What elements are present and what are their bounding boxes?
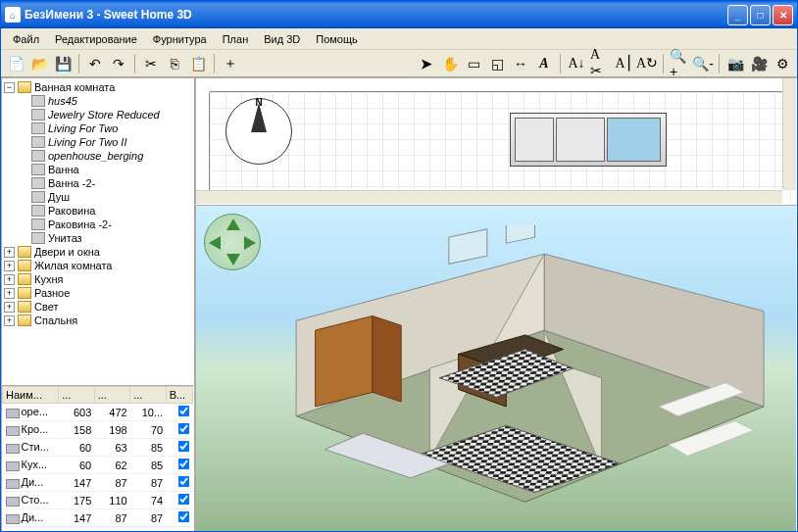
visible-checkbox[interactable] (177, 441, 189, 453)
expand-icon[interactable]: + (4, 302, 15, 313)
tree-item[interactable]: Living For Two II (4, 135, 191, 149)
compass-icon[interactable]: N (225, 98, 292, 165)
plan-2d-view[interactable]: N (195, 77, 797, 205)
floor-plan-outline[interactable] (510, 113, 667, 167)
menu-file[interactable]: Файл (5, 30, 47, 48)
visible-checkbox[interactable] (177, 494, 189, 506)
menu-view3d[interactable]: Вид 3D (256, 30, 308, 48)
collapse-icon[interactable]: − (4, 82, 15, 93)
tree-folder-misc[interactable]: +Разное (4, 286, 191, 300)
toolbar-separator (719, 54, 720, 73)
pan-tool[interactable]: ✋ (439, 53, 461, 74)
nav-left-arrow[interactable] (209, 236, 221, 250)
visible-checkbox[interactable] (177, 476, 189, 488)
menu-furniture[interactable]: Фурнитура (145, 30, 215, 48)
visible-checkbox[interactable] (177, 406, 189, 417)
tree-item[interactable]: Душ (4, 190, 191, 204)
furniture-icon (6, 497, 20, 507)
expand-icon[interactable]: + (4, 288, 15, 299)
tree-folder-living[interactable]: +Жилая комната (4, 259, 191, 272)
tree-folder-doors[interactable]: +Двери и окна (4, 245, 191, 259)
copy-button[interactable]: ⎘ (164, 53, 185, 74)
visible-checkbox[interactable] (177, 423, 189, 435)
nav-up-arrow[interactable] (226, 218, 240, 230)
cut-wall-tool[interactable]: A✂ (589, 53, 611, 74)
tree-item[interactable]: Раковина (4, 204, 191, 218)
tree-item[interactable]: hus45 (4, 94, 191, 108)
table-row[interactable]: Ди...1478787 (3, 509, 193, 527)
tree-item[interactable]: Ванна (4, 163, 191, 176)
dimension-tool[interactable]: ↔ (510, 53, 531, 74)
tree-item[interactable]: Ванна -2- (4, 176, 191, 190)
menu-plan[interactable]: План (215, 30, 257, 48)
wall-tool[interactable]: ▭ (463, 53, 484, 74)
table-row[interactable]: Ди...1478787 (3, 474, 193, 492)
cell-width: 603 (59, 404, 94, 421)
col-visible[interactable]: В... (166, 387, 192, 404)
redo-button[interactable]: ↷ (108, 53, 129, 74)
rotate-tool[interactable]: A↻ (636, 53, 658, 74)
col-name[interactable]: Наим... (3, 387, 59, 404)
minimize-button[interactable]: _ (727, 5, 748, 25)
folder-icon (18, 246, 31, 258)
expand-icon[interactable]: + (4, 315, 15, 326)
tree-root-bathroom[interactable]: − Ванная комната (4, 80, 191, 94)
furniture-table[interactable]: Наим... ... ... ... В... ope...60347210.… (1, 385, 194, 532)
tree-folder-kitchen[interactable]: +Кухня (4, 272, 191, 286)
toolbar-separator (560, 54, 561, 73)
room-tool[interactable]: ◱ (486, 53, 508, 74)
paste-button[interactable]: 📋 (187, 53, 209, 74)
add-furniture-button[interactable]: ＋ (220, 53, 241, 74)
menu-help[interactable]: Помощь (308, 30, 366, 48)
expand-icon[interactable]: + (4, 261, 15, 271)
table-row[interactable]: Кро...15819870 (3, 421, 193, 439)
furniture-icon (31, 218, 45, 230)
tree-item[interactable]: openhouse_berging (4, 149, 191, 163)
table-row[interactable]: ope...60347210... (3, 404, 193, 421)
folder-icon (18, 287, 31, 299)
tree-item[interactable]: Унитаз (4, 231, 191, 245)
visible-checkbox[interactable] (177, 511, 189, 523)
zoomout-button[interactable]: 🔍- (692, 53, 714, 74)
new-button[interactable]: 📄 (5, 53, 26, 74)
visible-checkbox[interactable] (177, 459, 189, 470)
tree-folder-bedroom[interactable]: +Спальня (4, 314, 191, 327)
tree-folder-light[interactable]: +Свет (4, 300, 191, 314)
table-row[interactable]: Сти...606385 (3, 439, 193, 457)
video-button[interactable]: 🎥 (748, 53, 770, 74)
settings-button[interactable]: ⚙ (772, 53, 793, 74)
plan-canvas[interactable]: N (196, 78, 796, 204)
close-button[interactable]: ✕ (773, 5, 793, 25)
vertical-scrollbar[interactable] (782, 78, 796, 190)
cell-visible (166, 404, 192, 421)
menu-edit[interactable]: Редактирование (47, 30, 145, 48)
titlebar: ⌂ БезИмени 3 - Sweet Home 3D _ □ ✕ (1, 1, 797, 28)
cell-width: 60 (59, 439, 94, 457)
table-row[interactable]: Сто...17511074 (3, 492, 193, 509)
col-depth[interactable]: ... (94, 387, 129, 404)
save-button[interactable]: 💾 (52, 53, 74, 74)
import-tool[interactable]: A↓ (566, 53, 587, 74)
split-tool[interactable]: A⎮ (613, 53, 634, 74)
tree-item[interactable]: Jewelry Store Reduced (4, 108, 191, 121)
photo-button[interactable]: 📷 (724, 53, 746, 74)
table-row[interactable]: Кух...606285 (3, 457, 193, 474)
maximize-button[interactable]: □ (750, 5, 771, 25)
undo-button[interactable]: ↶ (84, 53, 106, 74)
expand-icon[interactable]: + (4, 274, 15, 285)
cell-visible (166, 421, 192, 439)
nav-down-arrow[interactable] (226, 254, 240, 266)
tree-item[interactable]: Living For Two (4, 121, 191, 135)
col-height[interactable]: ... (130, 387, 166, 404)
open-button[interactable]: 📂 (28, 53, 50, 74)
select-tool[interactable]: ➤ (416, 53, 437, 74)
text-tool[interactable]: A (533, 53, 555, 74)
horizontal-scrollbar[interactable] (196, 190, 782, 204)
furniture-catalog-tree[interactable]: − Ванная комната hus45 Jewelry Store Red… (1, 77, 194, 385)
col-width[interactable]: ... (59, 387, 94, 404)
expand-icon[interactable]: + (4, 247, 15, 258)
tree-item[interactable]: Раковина -2- (4, 218, 191, 231)
cut-button[interactable]: ✂ (140, 53, 162, 74)
view-3d[interactable] (195, 205, 797, 532)
zoomin-button[interactable]: 🔍+ (669, 53, 690, 74)
